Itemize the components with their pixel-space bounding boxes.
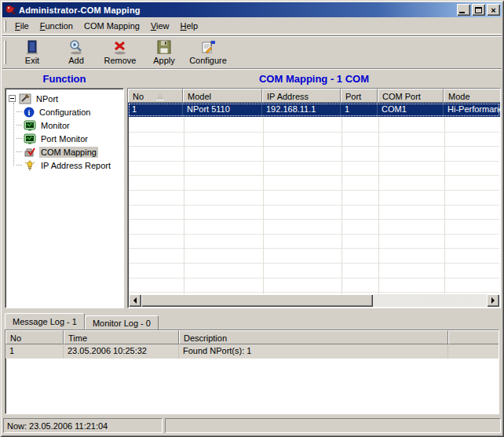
log-column-no[interactable]: No <box>5 330 64 344</box>
apply-label: Apply <box>153 56 175 65</box>
tree-label-monitor: Monitor <box>39 120 71 131</box>
title-bar[interactable]: Administrator-COM Mapping × <box>2 2 502 17</box>
remove-x-icon <box>112 39 128 55</box>
log-header-row: No Time Description <box>5 330 499 344</box>
collapse-minus-icon[interactable] <box>9 95 16 102</box>
add-label: Add <box>68 56 84 65</box>
tree-label-com-mapping: COM Mapping <box>39 147 98 158</box>
cell-com-port: COM1 <box>378 103 444 117</box>
menu-com-mapping[interactable]: COM Mapping <box>79 19 145 33</box>
tree-item-monitor[interactable]: Monitor <box>16 118 123 132</box>
configure-button[interactable]: Configure <box>187 38 229 67</box>
com-mapping-panel-title: COM Mapping - 1 COM <box>127 70 501 88</box>
scroll-left-icon <box>133 297 137 304</box>
cell-model: NPort 5110 <box>183 103 262 117</box>
tab-message-log[interactable]: Message Log - 1 <box>5 313 85 330</box>
svg-text:i: i <box>28 108 31 117</box>
column-header-port[interactable]: Port <box>341 89 378 103</box>
maximize-icon <box>475 7 482 13</box>
menu-grip[interactable] <box>4 20 6 31</box>
configure-form-icon <box>200 39 216 55</box>
com-mapping-icon <box>24 147 36 158</box>
function-panel-title: Function <box>5 70 124 88</box>
log-cell-description: Found NPort(s): 1 <box>179 344 448 359</box>
app-window: Administrator-COM Mapping × File Functio… <box>0 0 504 437</box>
remove-button[interactable]: Remove <box>99 38 141 67</box>
log-panel: Message Log - 1 Monitor Log - 0 No Time … <box>2 311 502 417</box>
monitor-icon <box>24 133 36 144</box>
column-header-no[interactable]: No <box>128 89 183 103</box>
tree-label-nport: NPort <box>35 93 60 104</box>
exit-button[interactable]: Exit <box>11 38 53 67</box>
add-magnifier-icon <box>68 39 84 55</box>
cell-mode: Hi-Performance <box>444 103 501 117</box>
table-empty-area <box>129 118 499 294</box>
com-mapping-table: No Model IP Address Port COM Port Mode 1… <box>127 88 501 308</box>
close-icon: × <box>491 6 495 14</box>
tree-item-nport[interactable]: NPort <box>9 92 123 105</box>
minimize-button[interactable] <box>457 4 470 16</box>
menu-view[interactable]: View <box>145 19 175 33</box>
column-header-mode[interactable]: Mode <box>444 89 501 103</box>
toolbar: Exit Add Remove <box>2 35 502 69</box>
tree-item-configuration[interactable]: i Configuration <box>16 105 123 118</box>
maximize-button[interactable] <box>472 4 485 16</box>
table-header-row: No Model IP Address Port COM Port Mode <box>128 89 500 103</box>
function-tree: NPort i Configuration <box>5 88 124 308</box>
menu-function[interactable]: Function <box>35 19 79 33</box>
exit-icon <box>24 39 40 55</box>
scroll-right-button[interactable] <box>487 294 499 307</box>
cell-ip-address: 192.168.11.1 <box>262 103 341 117</box>
horizontal-scrollbar[interactable] <box>129 294 499 307</box>
log-column-blank <box>448 330 499 344</box>
tree-connector-line <box>13 103 14 166</box>
status-bar: Now: 23.05.2006 11:21:04 <box>2 417 502 435</box>
tree-item-port-monitor[interactable]: Port Monitor <box>16 132 123 145</box>
configure-label: Configure <box>189 56 227 65</box>
scrollbar-track[interactable] <box>373 294 487 307</box>
tree-item-com-mapping[interactable]: COM Mapping <box>16 145 123 158</box>
menu-file[interactable]: File <box>9 19 35 33</box>
menu-bar: File Function COM Mapping View Help <box>2 17 502 35</box>
tree-label-port-monitor: Port Monitor <box>39 133 89 144</box>
close-button[interactable]: × <box>487 4 500 16</box>
log-row[interactable]: 1 23.05.2006 10:25:32 Found NPort(s): 1 <box>5 344 499 359</box>
minimize-icon <box>459 12 465 13</box>
toolbar-grip[interactable] <box>4 41 6 64</box>
tab-monitor-log[interactable]: Monitor Log - 0 <box>85 315 159 330</box>
status-empty <box>165 418 501 433</box>
sort-asc-icon <box>156 93 164 100</box>
table-row-selected[interactable]: 1 NPort 5110 192.168.11.1 1 COM1 Hi-Perf… <box>128 103 500 117</box>
scrollbar-thumb[interactable] <box>141 294 373 307</box>
tree-item-ip-address-report[interactable]: IP Address Report <box>16 158 123 172</box>
apply-button[interactable]: Apply <box>143 38 185 67</box>
exit-label: Exit <box>25 56 39 65</box>
column-header-com-port[interactable]: COM Port <box>378 89 444 103</box>
cell-no: 1 <box>128 103 183 117</box>
lamp-icon <box>24 160 36 171</box>
column-header-model[interactable]: Model <box>183 89 262 103</box>
app-icon <box>5 4 16 16</box>
info-icon: i <box>24 107 35 118</box>
apply-floppy-icon <box>156 39 172 55</box>
status-now: Now: 23.05.2006 11:21:04 <box>3 418 163 433</box>
nport-root-icon <box>19 93 31 104</box>
log-column-time[interactable]: Time <box>64 330 179 344</box>
column-header-ip-address[interactable]: IP Address <box>262 89 341 103</box>
log-tabs: Message Log - 1 Monitor Log - 0 <box>5 313 159 330</box>
log-cell-no: 1 <box>5 344 64 359</box>
tree-label-configuration: Configuration <box>38 107 92 118</box>
menu-help[interactable]: Help <box>175 19 204 33</box>
add-button[interactable]: Add <box>55 38 97 67</box>
remove-label: Remove <box>104 56 137 65</box>
window-title: Administrator-COM Mapping <box>19 5 141 15</box>
window-controls: × <box>457 4 500 16</box>
log-column-description[interactable]: Description <box>179 330 448 344</box>
scroll-right-icon <box>491 297 495 304</box>
tree-label-ip-address-report: IP Address Report <box>39 160 112 171</box>
message-log-table: No Time Description 1 23.05.2006 10:25:3… <box>5 330 499 414</box>
scroll-left-button[interactable] <box>129 294 141 307</box>
log-cell-time: 23.05.2006 10:25:32 <box>64 344 179 359</box>
monitor-icon <box>24 120 36 131</box>
cell-port: 1 <box>341 103 378 117</box>
